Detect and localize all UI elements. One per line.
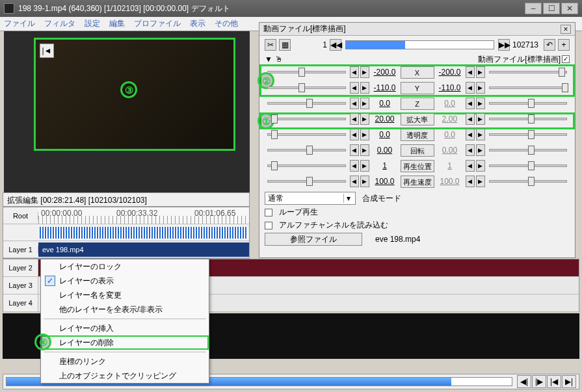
inc-right-button[interactable]: ▶: [476, 66, 485, 78]
ctx-toggle-others[interactable]: 他のレイヤーを全表示/非表示: [41, 302, 209, 317]
menu-profile[interactable]: プロファイル: [134, 18, 181, 29]
inc-left-button[interactable]: ▶: [360, 176, 369, 187]
dec-left-button[interactable]: ◀: [350, 129, 359, 140]
menu-other[interactable]: その他: [215, 18, 238, 29]
dec-left-button[interactable]: ◀: [350, 144, 359, 156]
frame-seekbar[interactable]: [345, 40, 494, 49]
menu-file[interactable]: ファイル: [4, 18, 35, 29]
dec-right-button[interactable]: ◀: [466, 66, 475, 78]
param-label-button[interactable]: 再生速度: [401, 176, 434, 188]
toolbar-grid-icon[interactable]: ▦: [279, 39, 291, 51]
menu-edit[interactable]: 編集: [109, 18, 125, 29]
slider-right[interactable]: [489, 102, 568, 105]
dec-right-button[interactable]: ◀: [466, 82, 475, 94]
inc-left-button[interactable]: ▶: [360, 144, 369, 156]
inc-right-button[interactable]: ▶: [476, 113, 485, 125]
value-left[interactable]: 0.0: [371, 98, 399, 109]
maximize-button[interactable]: ☐: [543, 3, 560, 14]
value-right[interactable]: 2.00: [436, 113, 464, 125]
param-label-button[interactable]: 回転: [401, 144, 434, 157]
param-label-button[interactable]: 透明度: [401, 129, 434, 141]
slider-right[interactable]: [489, 71, 568, 73]
dropdown-icon[interactable]: ▼: [265, 55, 272, 64]
dec-right-button[interactable]: ◀: [466, 144, 475, 156]
slider-right[interactable]: [489, 149, 568, 151]
transport-play-button[interactable]: |▶: [532, 375, 546, 388]
inc-right-button[interactable]: ▶: [476, 176, 485, 187]
dec-left-button[interactable]: ◀: [350, 66, 359, 78]
value-right[interactable]: 0.0: [436, 129, 464, 140]
dec-right-button[interactable]: ◀: [466, 113, 475, 125]
inc-left-button[interactable]: ▶: [360, 160, 369, 172]
layer-1-label[interactable]: Layer 1: [3, 246, 38, 254]
timeline-root-label[interactable]: Root: [3, 212, 38, 220]
timeline-ruler[interactable]: 00:00:00.00 00:00:33.32 00:01:06.65: [38, 207, 249, 224]
value-left[interactable]: 20.00: [371, 113, 399, 125]
param-label-button[interactable]: Y: [401, 82, 434, 94]
value-right[interactable]: -110.0: [436, 82, 464, 94]
inc-left-button[interactable]: ▶: [360, 82, 369, 94]
param-label-button[interactable]: 再生位置: [401, 160, 434, 172]
slider-right[interactable]: [489, 164, 568, 167]
frame-rewind-button[interactable]: ◀◀: [330, 39, 341, 51]
value-left[interactable]: -200.0: [371, 66, 399, 78]
layer-4-label[interactable]: Layer 4: [3, 294, 38, 311]
menu-filter[interactable]: フィルタ: [44, 18, 75, 29]
param-label-button[interactable]: 拡大率: [401, 113, 434, 125]
transport-prev-button[interactable]: |◀: [547, 375, 561, 388]
slider-left[interactable]: [267, 102, 346, 105]
loop-checkbox[interactable]: [265, 209, 272, 216]
dec-right-button[interactable]: ◀: [466, 176, 475, 187]
value-right[interactable]: 0.0: [436, 98, 464, 109]
inc-right-button[interactable]: ▶: [476, 82, 485, 94]
dec-right-button[interactable]: ◀: [466, 129, 475, 140]
menu-view[interactable]: 表示: [190, 18, 205, 29]
inc-left-button[interactable]: ▶: [360, 113, 369, 125]
inc-left-button[interactable]: ▶: [360, 98, 369, 109]
property-close-button[interactable]: ×: [561, 25, 571, 34]
close-button[interactable]: ✕: [561, 3, 578, 14]
param-label-button[interactable]: X: [401, 66, 434, 79]
slider-left[interactable]: [267, 164, 346, 167]
slider-left[interactable]: [267, 86, 346, 89]
slider-left[interactable]: [267, 133, 346, 136]
value-left[interactable]: 100.0: [371, 176, 399, 187]
alpha-checkbox[interactable]: [265, 222, 272, 229]
value-left[interactable]: -110.0: [371, 82, 399, 94]
frame-back-button[interactable]: ↶: [544, 39, 555, 51]
ctx-rename-layer[interactable]: レイヤー名を変更: [41, 288, 209, 302]
dec-left-button[interactable]: ◀: [350, 82, 359, 94]
blend-mode-combo[interactable]: 通常 ▾: [265, 192, 356, 205]
dec-left-button[interactable]: ◀: [350, 176, 359, 187]
inc-left-button[interactable]: ▶: [360, 66, 369, 78]
menu-settings[interactable]: 設定: [85, 18, 100, 29]
param-label-button[interactable]: Z: [401, 98, 434, 110]
value-right[interactable]: 0.00: [436, 144, 464, 156]
dec-left-button[interactable]: ◀: [350, 113, 359, 125]
slider-left[interactable]: [267, 71, 346, 73]
layer-3-label[interactable]: Layer 3: [3, 277, 38, 294]
inc-right-button[interactable]: ▶: [476, 129, 485, 140]
value-left[interactable]: 1: [371, 160, 399, 172]
value-right[interactable]: 1: [436, 160, 464, 172]
inc-right-button[interactable]: ▶: [476, 144, 485, 156]
dec-right-button[interactable]: ◀: [466, 160, 475, 172]
slider-left[interactable]: [267, 149, 346, 151]
ctx-clip-above[interactable]: 上のオブジェクトでクリッピング: [41, 369, 209, 383]
slider-left[interactable]: [267, 180, 346, 183]
ctx-delete-layer[interactable]: ④ レイヤーの削除: [41, 335, 209, 350]
ctx-link-coord[interactable]: 座標のリンク: [41, 354, 209, 369]
value-right[interactable]: -200.0: [436, 66, 464, 78]
minimize-button[interactable]: –: [525, 3, 542, 14]
inc-right-button[interactable]: ▶: [476, 160, 485, 172]
value-left[interactable]: 0.0: [371, 129, 399, 140]
frame-add-button[interactable]: +: [558, 39, 570, 51]
frame-ffwd-button[interactable]: ▶▶: [498, 39, 510, 51]
enable-checkbox[interactable]: ✓: [562, 55, 570, 63]
dec-left-button[interactable]: ◀: [350, 160, 359, 172]
slider-right[interactable]: [489, 180, 568, 183]
dec-right-button[interactable]: ◀: [466, 98, 475, 109]
value-left[interactable]: 0.00: [371, 144, 399, 156]
ctx-show-layer[interactable]: ✓ レイヤーの表示: [41, 274, 209, 288]
value-right[interactable]: 100.0: [436, 176, 464, 187]
